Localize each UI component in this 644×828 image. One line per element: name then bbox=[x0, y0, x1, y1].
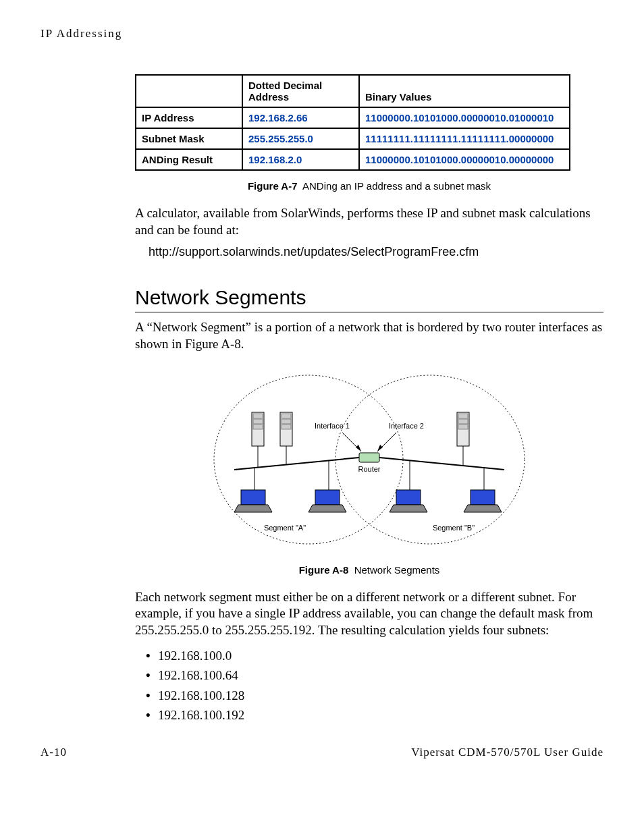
row-label: Subnet Mask bbox=[136, 128, 242, 149]
server-icon bbox=[457, 412, 469, 446]
list-item: 192.168.100.64 bbox=[158, 665, 603, 685]
laptop-icon bbox=[308, 490, 346, 512]
svg-rect-16 bbox=[458, 414, 468, 418]
row-binary: 11000000.10101000.00000010.00000000 bbox=[359, 149, 570, 170]
row-dotted: 192.168.2.66 bbox=[242, 107, 359, 128]
row-label: ANDing Result bbox=[136, 149, 242, 170]
svg-rect-34 bbox=[471, 490, 495, 505]
figure-a7-caption: Figure A-7 ANDing an IP address and a su… bbox=[135, 180, 603, 192]
server-icon bbox=[280, 412, 292, 446]
figure-a8-caption: Figure A-8 Network Segments bbox=[135, 564, 603, 576]
svg-line-19 bbox=[234, 458, 359, 470]
svg-rect-12 bbox=[281, 414, 291, 418]
interface1-label: Interface 1 bbox=[315, 422, 350, 430]
svg-rect-32 bbox=[396, 490, 421, 505]
col-blank bbox=[136, 75, 242, 107]
svg-rect-14 bbox=[281, 424, 291, 429]
subnet-list: 192.168.100.0 192.168.100.64 192.168.100… bbox=[135, 646, 603, 725]
row-label: IP Address bbox=[136, 107, 242, 128]
page-content: Dotted Decimal Address Binary Values IP … bbox=[135, 74, 603, 725]
laptop-icon bbox=[464, 490, 502, 512]
table-row: ANDing Result 192.168.2.0 11000000.10101… bbox=[136, 149, 570, 170]
figure-a8-text: Network Segments bbox=[354, 564, 440, 576]
svg-rect-8 bbox=[253, 414, 263, 418]
list-item: 192.168.100.0 bbox=[158, 646, 603, 665]
svg-marker-4 bbox=[356, 445, 361, 451]
table-row: IP Address 192.168.2.66 11000000.1010100… bbox=[136, 107, 570, 128]
svg-marker-33 bbox=[390, 505, 427, 512]
svg-rect-9 bbox=[253, 419, 263, 424]
interface2-label: Interface 2 bbox=[389, 422, 424, 430]
server-icon bbox=[252, 412, 264, 446]
segment-b-label: Segment "B" bbox=[433, 524, 475, 532]
row-dotted: 255.255.255.0 bbox=[242, 128, 359, 149]
segment-a-label: Segment "A" bbox=[264, 524, 306, 532]
row-binary: 11111111.11111111.11111111.00000000 bbox=[359, 128, 570, 149]
section-network-segments: Network Segments bbox=[135, 286, 603, 312]
list-item: 192.168.100.128 bbox=[158, 686, 603, 705]
svg-rect-18 bbox=[458, 424, 468, 429]
svg-rect-10 bbox=[253, 424, 263, 429]
svg-line-20 bbox=[379, 458, 504, 470]
para-subnet-explain: Each network segment must either be on a… bbox=[135, 589, 603, 639]
running-header: IP Addressing bbox=[41, 27, 603, 40]
svg-marker-6 bbox=[377, 445, 383, 451]
svg-rect-28 bbox=[241, 490, 265, 505]
guide-title: Vipersat CDM-570/570L User Guide bbox=[411, 746, 603, 759]
laptop-icon bbox=[234, 490, 272, 512]
row-dotted: 192.168.2.0 bbox=[242, 149, 359, 170]
svg-marker-31 bbox=[308, 505, 346, 512]
col-dotted: Dotted Decimal Address bbox=[242, 75, 359, 107]
router-label: Router bbox=[358, 465, 380, 473]
svg-rect-17 bbox=[458, 419, 468, 424]
row-binary: 11000000.10101000.00000010.01000010 bbox=[359, 107, 570, 128]
svg-marker-29 bbox=[234, 505, 272, 512]
segments-diagram-icon: Router Interface 1 Interface 2 Segment "… bbox=[207, 365, 531, 554]
figure-a8-label: Figure A-8 bbox=[299, 564, 349, 576]
col-binary: Binary Values bbox=[359, 75, 570, 107]
solarwinds-url: http://support.solarwinds.net/updates/Se… bbox=[149, 245, 603, 259]
page-footer: A-10 Vipersat CDM-570/570L User Guide bbox=[41, 746, 603, 759]
figure-a7-label: Figure A-7 bbox=[248, 180, 298, 192]
svg-rect-13 bbox=[281, 419, 291, 424]
para-calculator: A calculator, available from SolarWinds,… bbox=[135, 205, 603, 238]
anding-table: Dotted Decimal Address Binary Values IP … bbox=[135, 74, 570, 171]
table-row: Subnet Mask 255.255.255.0 11111111.11111… bbox=[136, 128, 570, 149]
page-number: A-10 bbox=[41, 746, 67, 759]
network-diagram: Router Interface 1 Interface 2 Segment "… bbox=[135, 365, 603, 557]
svg-rect-30 bbox=[315, 490, 340, 505]
svg-marker-35 bbox=[464, 505, 502, 512]
list-item: 192.168.100.192 bbox=[158, 705, 603, 725]
figure-a7-text: ANDing an IP address and a subnet mask bbox=[302, 180, 491, 192]
svg-rect-2 bbox=[359, 453, 379, 462]
para-network-segment-def: A “Network Segment” is a portion of a ne… bbox=[135, 319, 603, 352]
